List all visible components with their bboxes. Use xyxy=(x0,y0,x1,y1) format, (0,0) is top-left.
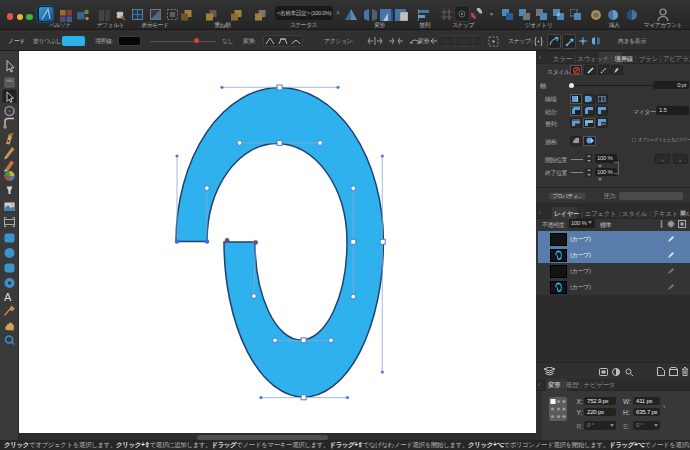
svg-text:A: A xyxy=(4,291,12,303)
